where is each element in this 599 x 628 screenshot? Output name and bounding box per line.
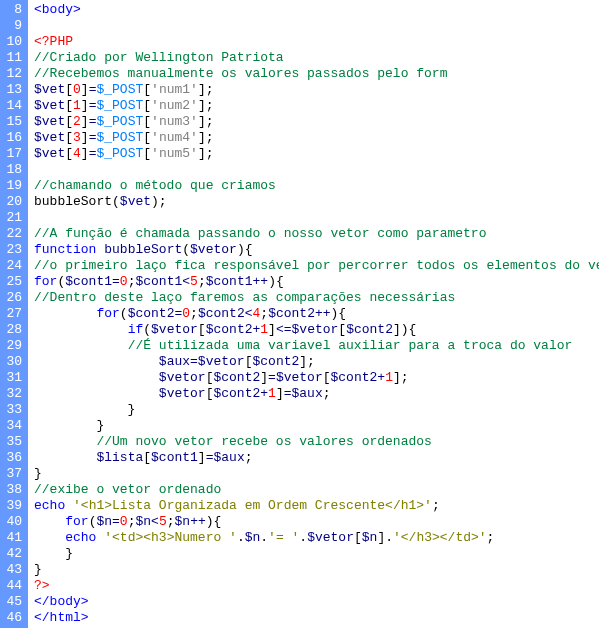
token-var: $n (245, 530, 261, 545)
code-line[interactable]: echo '<h1>Lista Organizada em Ordem Cres… (34, 498, 599, 514)
code-line[interactable]: //chamando o método que criamos (34, 178, 599, 194)
token-var: $cont2 (331, 370, 378, 385)
token-idx: 1 (260, 322, 268, 337)
code-line[interactable]: for($n=0;$n<5;$n++){ (34, 514, 599, 530)
code-line[interactable]: //o primeiro laço fica responsável por p… (34, 258, 599, 274)
code-line[interactable]: } (34, 562, 599, 578)
token-global: $_POST (96, 114, 143, 129)
line-number: 33 (4, 402, 22, 418)
code-line[interactable]: </html> (34, 610, 599, 626)
code-line[interactable]: $aux=$vetor[$cont2]; (34, 354, 599, 370)
code-line[interactable]: //Criado por Wellington Patriota (34, 50, 599, 66)
token-comment: //A função é chamada passando o nosso ve… (34, 226, 486, 241)
code-line[interactable]: $vet[2]=$_POST['num3']; (34, 114, 599, 130)
line-number: 25 (4, 274, 22, 290)
code-line[interactable]: $vetor[$cont2+1]=$aux; (34, 386, 599, 402)
code-line[interactable]: } (34, 546, 599, 562)
token-plain: [ (65, 130, 73, 145)
code-line[interactable]: $vet[4]=$_POST['num5']; (34, 146, 599, 162)
code-line[interactable]: $vet[1]=$_POST['num2']; (34, 98, 599, 114)
token-kw: echo (65, 530, 96, 545)
line-number: 27 (4, 306, 22, 322)
line-number: 35 (4, 434, 22, 450)
token-op: < (182, 274, 190, 289)
code-line[interactable]: bubbleSort($vet); (34, 194, 599, 210)
code-line[interactable]: function bubbleSort($vetor){ (34, 242, 599, 258)
code-line[interactable]: } (34, 418, 599, 434)
token-comment: //Criado por Wellington Patriota (34, 50, 284, 65)
code-line[interactable]: $lista[$cont1]=$aux; (34, 450, 599, 466)
line-number: 24 (4, 258, 22, 274)
token-plain (34, 306, 96, 321)
token-tag: <body> (34, 2, 81, 17)
token-tag: </html> (34, 610, 89, 625)
token-kw: echo (34, 498, 65, 513)
token-var: $n (362, 530, 378, 545)
token-op: < (151, 514, 159, 529)
token-plain: [ (65, 146, 73, 161)
token-var: $cont2 (213, 370, 260, 385)
token-plain: ){ (206, 514, 222, 529)
line-number: 31 (4, 370, 22, 386)
line-number: 13 (4, 82, 22, 98)
code-line[interactable] (34, 210, 599, 226)
token-var: $vet (120, 194, 151, 209)
token-plain: ; (167, 514, 175, 529)
code-line[interactable]: ?> (34, 578, 599, 594)
token-plain (34, 338, 128, 353)
line-number: 34 (4, 418, 22, 434)
code-line[interactable]: } (34, 402, 599, 418)
token-plain: } (34, 402, 135, 417)
token-plain: ]; (198, 130, 214, 145)
token-squote: '= ' (268, 530, 299, 545)
line-number-gutter: 8910111213141516171819202122232425262728… (0, 0, 28, 628)
token-global: $_POST (96, 98, 143, 113)
code-line[interactable]: <?PHP (34, 34, 599, 50)
line-number: 9 (4, 18, 22, 34)
code-line[interactable]: //Dentro deste laço faremos as comparaçõ… (34, 290, 599, 306)
line-number: 44 (4, 578, 22, 594)
code-line[interactable]: //É utilizada uma variavel auxiliar para… (34, 338, 599, 354)
token-plain: bubbleSort( (34, 194, 120, 209)
line-number: 21 (4, 210, 22, 226)
token-kw: for (96, 306, 119, 321)
token-idx: 1 (268, 386, 276, 401)
line-number: 15 (4, 114, 22, 130)
code-line[interactable]: } (34, 466, 599, 482)
token-var: $vet (34, 82, 65, 97)
code-line[interactable]: for($cont2=0;$cont2<4;$cont2++){ (34, 306, 599, 322)
token-plain: ( (143, 322, 151, 337)
line-number: 14 (4, 98, 22, 114)
token-squote: '</h3></td>' (393, 530, 487, 545)
token-comment: //o primeiro laço fica responsável por p… (34, 258, 599, 273)
token-var: $cont2 (128, 306, 175, 321)
code-line[interactable]: for($cont1=0;$cont1<5;$cont1++){ (34, 274, 599, 290)
code-line[interactable]: $vet[0]=$_POST['num1']; (34, 82, 599, 98)
code-line[interactable] (34, 162, 599, 178)
code-area[interactable]: <body> <?PHP//Criado por Wellington Patr… (28, 0, 599, 628)
token-comment: //Recebemos manualmente os valores passa… (34, 66, 447, 81)
token-var: $cont2 (252, 354, 299, 369)
token-plain: ); (151, 194, 167, 209)
token-kw: for (34, 274, 57, 289)
token-str: 'num4' (151, 130, 198, 145)
code-line[interactable]: echo '<td><h3>Numero '.$n.'= '.$vetor[$n… (34, 530, 599, 546)
token-op: = (190, 354, 198, 369)
code-line[interactable]: //exibe o vetor ordenado (34, 482, 599, 498)
code-line[interactable]: $vetor[$cont2]=$vetor[$cont2+1]; (34, 370, 599, 386)
line-number: 37 (4, 466, 22, 482)
line-number: 30 (4, 354, 22, 370)
token-var: $vet (34, 98, 65, 113)
token-plain: ; (245, 450, 253, 465)
code-line[interactable]: </body> (34, 594, 599, 610)
token-idx: 1 (73, 98, 81, 113)
code-line[interactable]: //Recebemos manualmente os valores passa… (34, 66, 599, 82)
code-line[interactable]: if($vetor[$cont2+1]<=$vetor[$cont2]){ (34, 322, 599, 338)
code-line[interactable]: $vet[3]=$_POST['num4']; (34, 130, 599, 146)
code-line[interactable] (34, 18, 599, 34)
code-line[interactable]: //A função é chamada passando o nosso ve… (34, 226, 599, 242)
token-var: $vetor (292, 322, 339, 337)
token-plain (34, 450, 96, 465)
code-line[interactable]: //Um novo vetor recebe os valores ordena… (34, 434, 599, 450)
code-line[interactable]: <body> (34, 2, 599, 18)
